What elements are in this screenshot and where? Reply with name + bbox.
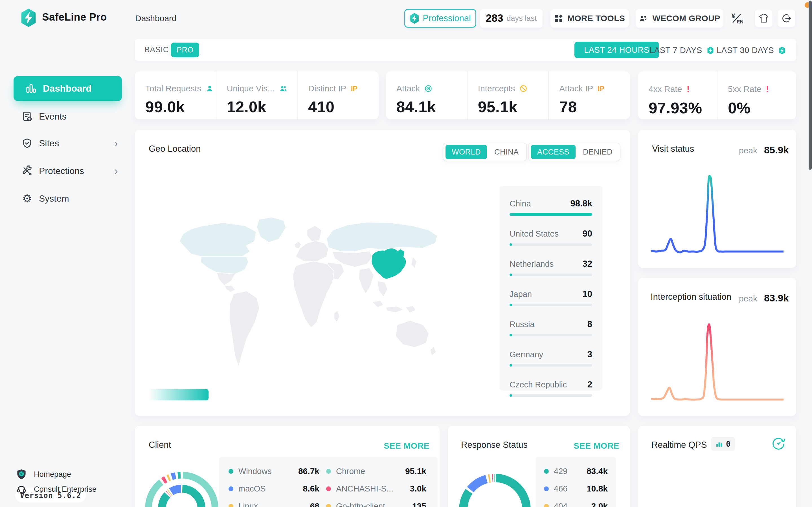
range-last-30-days[interactable]: LAST 30 DAYS <box>717 46 786 55</box>
sidebar-item-sites[interactable]: Sites › <box>13 134 122 152</box>
legend-row-429[interactable]: 42983.4k <box>544 462 608 480</box>
legend-row-macos[interactable]: macOS8.6k <box>228 480 319 497</box>
country-name: China <box>509 199 531 208</box>
alert-icon: ! <box>766 84 769 95</box>
vertical-scrollbar[interactable] <box>809 1 812 170</box>
stat-5xx-rate: 5xx Rate ! 0% <box>717 71 796 119</box>
legend-row-linux[interactable]: Linux68 <box>228 497 319 507</box>
stat-card-requests: Total Requests 99.0k Unique Vis... 12.0k… <box>135 71 379 119</box>
homepage-shield-icon <box>16 469 26 480</box>
sidebar-item-label: Protections <box>39 166 84 176</box>
range-last-24-hours[interactable]: LAST 24 HOURS <box>575 42 659 58</box>
country-value: 90 <box>583 229 592 239</box>
wecom-group-button[interactable]: WECOM GROUP <box>636 9 723 27</box>
plan-logo-icon <box>410 13 419 24</box>
legend-dot <box>228 487 233 491</box>
legend-dot <box>544 504 549 507</box>
homepage-link[interactable]: Homepage <box>16 467 71 481</box>
geo-location-panel: Geo Location WORLD CHINA ACCESS DENIED <box>135 130 630 416</box>
grid-icon <box>554 14 563 22</box>
legend-row-anchashi[interactable]: ANCHASHI-S...3.0k <box>326 480 426 497</box>
map-density-legend <box>149 389 209 400</box>
sidebar: Dashboard Events Sites › Protections › ⚙… <box>0 37 130 507</box>
legend-row-466[interactable]: 46610.8k <box>544 480 608 497</box>
sidebar-item-system[interactable]: ⚙ System <box>13 190 122 207</box>
pro-feature-icon <box>778 47 786 54</box>
legend-row-chrome[interactable]: Chrome95.1k <box>326 462 426 480</box>
stat-attack: Attack 84.1k <box>386 71 467 119</box>
plan-badge[interactable]: Professional <box>404 9 476 27</box>
sidebar-item-protections[interactable]: Protections › <box>13 162 122 180</box>
toggle-access[interactable]: ACCESS <box>531 145 576 159</box>
sidebar-item-events[interactable]: Events <box>13 108 122 125</box>
range-label: LAST 7 DAYS <box>649 46 702 55</box>
country-row-germany[interactable]: Germany3 <box>509 349 592 367</box>
country-row-china[interactable]: China98.8k <box>509 199 592 216</box>
country-row-japan[interactable]: Japan10 <box>509 289 592 306</box>
toggle-china[interactable]: CHINA <box>489 148 524 157</box>
stat-value: 410 <box>308 98 379 116</box>
legend-dot <box>326 487 331 491</box>
more-tools-button[interactable]: MORE TOOLS <box>550 9 629 27</box>
legend-dot <box>228 469 233 474</box>
consult-enterprise-link[interactable]: Consult Enterprise <box>16 482 97 496</box>
country-value: 8 <box>587 319 592 329</box>
country-name: Netherlands <box>509 260 553 269</box>
country-bar <box>509 364 592 367</box>
ip-badge: IP <box>598 84 604 93</box>
stat-label: Intercepts <box>478 84 515 93</box>
range-label: LAST 30 DAYS <box>717 46 774 55</box>
legend-row-404[interactable]: 4042.0k <box>544 497 608 507</box>
tab-pro[interactable]: PRO <box>171 43 199 57</box>
more-tools-label: MORE TOOLS <box>567 13 625 23</box>
tab-basic[interactable]: BASIC <box>145 45 169 54</box>
stat-4xx-rate: 4xx Rate ! 97.93% <box>638 71 717 119</box>
legend-row-windows[interactable]: Windows86.7k <box>228 462 319 480</box>
homepage-label: Homepage <box>34 470 71 479</box>
country-row-us[interactable]: United States90 <box>509 229 592 246</box>
breadcrumb: Dashboard <box>135 13 177 23</box>
visit-status-title: Visit status <box>652 144 694 154</box>
client-see-more-link[interactable]: SEE MORE <box>384 441 429 451</box>
license-days-label: days last <box>507 14 537 23</box>
world-china-toggle: WORLD CHINA <box>443 143 527 161</box>
country-bar <box>509 304 592 306</box>
range-last-7-days[interactable]: LAST 7 DAYS <box>649 46 714 55</box>
sidebar-item-label: Sites <box>39 138 59 149</box>
stat-card-attacks: Attack 84.1k Intercepts 95.1k Attack IP … <box>386 71 630 119</box>
legend-row-go-http[interactable]: Go-http-client135 <box>326 497 426 507</box>
wecom-group-label: WECOM GROUP <box>653 13 720 23</box>
refresh-timer-icon[interactable] <box>771 437 786 451</box>
logout-button[interactable] <box>777 10 795 27</box>
world-map[interactable] <box>174 214 442 378</box>
geo-title: Geo Location <box>149 144 201 154</box>
theme-button[interactable] <box>755 10 772 27</box>
filter-bar: BASIC PRO LAST 24 HOURS LAST 7 DAYS LAST… <box>135 39 796 61</box>
country-row-netherlands[interactable]: Netherlands32 <box>509 259 592 276</box>
client-legend: Windows86.7k macOS8.6k Linux68 Chrome95.… <box>219 457 438 507</box>
toggle-world[interactable]: WORLD <box>445 145 487 159</box>
sidebar-item-label: Events <box>39 111 67 122</box>
peak-value: 83.9k <box>764 292 789 304</box>
toggle-denied[interactable]: DENIED <box>578 148 617 157</box>
language-switch-button[interactable]: ¥EN <box>728 10 745 27</box>
legend-dot <box>326 504 331 507</box>
block-icon <box>520 84 527 93</box>
stat-label: Distinct IP <box>308 84 346 93</box>
country-row-russia[interactable]: Russia8 <box>509 319 592 336</box>
stat-attack-ip: Attack IP IP 78 <box>548 71 630 119</box>
ip-badge: IP <box>351 84 358 93</box>
sidebar-item-label: Dashboard <box>43 83 92 94</box>
visit-peak: peak 85.9k <box>739 145 789 156</box>
country-row-czech[interactable]: Czech Republic2 <box>509 380 592 397</box>
sidebar-item-dashboard[interactable]: Dashboard <box>13 76 122 101</box>
dashboard-icon <box>25 83 37 94</box>
response-donut-chart <box>455 469 537 507</box>
mini-bars-icon <box>716 441 722 447</box>
safeline-logo-icon <box>20 8 37 27</box>
peak-label: peak <box>739 294 757 303</box>
qps-title: Realtime QPS <box>651 440 707 450</box>
response-see-more-link[interactable]: SEE MORE <box>574 441 619 451</box>
country-value: 2 <box>587 380 592 390</box>
qps-value-badge: 0 <box>711 437 735 451</box>
